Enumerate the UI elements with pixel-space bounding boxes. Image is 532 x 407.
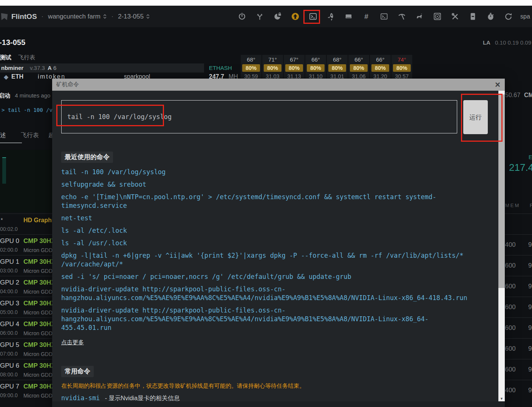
fan-badge: 80%: [285, 64, 303, 72]
gpu-stat-column: 66°80%31.10: [305, 55, 326, 80]
mem-column-header: MEM: [505, 203, 520, 208]
scrollbar-thumb[interactable]: [498, 94, 505, 288]
upgrade-icon[interactable]: [291, 12, 300, 21]
pie-lock-icon[interactable]: [273, 12, 282, 21]
gpu-row: GPU 002:00.0CMP 30HXMicron GDDR6: [0, 234, 53, 255]
status-label: 已启动: [0, 92, 10, 99]
updown-chevron-icon: [103, 14, 107, 19]
miner-name: nbminer: [1, 65, 23, 71]
gpu-row: GPU 103:00.0CMP 30HXMicron GDDR6: [0, 255, 53, 276]
recent-command-item[interactable]: ls -al /etc/.lock: [61, 226, 471, 235]
gpu-name: GPU 7: [0, 383, 19, 390]
network-icon[interactable]: [344, 12, 353, 21]
gpu-temp: 68°: [241, 56, 261, 64]
gpu-model: CMP 30HX: [23, 300, 53, 307]
fan-badge: 80%: [393, 64, 411, 72]
accepted-label: A: [48, 65, 52, 71]
recent-command-item[interactable]: selfupgrade && sreboot: [61, 180, 471, 189]
gpu-model: CMP 30HX: [23, 258, 53, 266]
farm-selector[interactable]: wangcuntech farm: [48, 13, 107, 20]
updown-chevron-icon: [146, 14, 150, 19]
gpu-name: GPU 3: [0, 300, 19, 307]
fan-badge: 80%: [328, 64, 346, 72]
watchdog-icon[interactable]: [415, 12, 424, 21]
fan-badge: 80%: [264, 64, 281, 72]
next-column-value-partial: 9: [528, 387, 532, 394]
power-icon[interactable]: [238, 12, 247, 21]
recent-command-item[interactable]: tail -n 100 /var/log/syslog: [61, 168, 471, 176]
branch-icon[interactable]: [255, 12, 264, 21]
la-label: LA: [483, 39, 490, 46]
star-icon: *: [1, 217, 3, 223]
eth-icon: ◆: [4, 73, 8, 80]
hashrate-icon[interactable]: #: [362, 12, 371, 21]
recent-command-item[interactable]: sed -i 's/ pci=noaer / pci=noaer,nocrs /…: [61, 272, 471, 281]
next-column-value-partial: 9: [528, 366, 532, 373]
active-tab-underline: [0, 142, 22, 143]
fan-badge: 80%: [350, 64, 368, 72]
gpu-model: CMP 30HX: [23, 279, 53, 286]
gpu-stat-column: 68°80%31.01: [327, 55, 348, 80]
recent-command-item[interactable]: nvidia-driver-update http://sparkpool-pu…: [61, 306, 471, 332]
load-average: LA 0.10 0.19 0.09: [483, 39, 531, 46]
top-strip: [0, 0, 532, 6]
gpu-mem: Micron GDDR6: [23, 372, 53, 378]
gpu-card-icon[interactable]: [469, 12, 478, 21]
modal-footer-strip: [52, 401, 505, 407]
tab-flight-sheet[interactable]: 飞行表: [21, 132, 39, 139]
fan-icon[interactable]: [433, 12, 442, 21]
gpu-stat-column: 74°80%30.57: [391, 55, 412, 80]
gpu-model: CMP 30HX: [23, 237, 53, 245]
gpu-temp: 66°: [370, 56, 391, 64]
recent-commands-heading: 最近使用的命令: [61, 152, 113, 163]
miner-command-modal: 矿机命令 × 运行 最近使用的命令 tail -n 100 /var/log/s…: [52, 79, 505, 407]
recent-command-item[interactable]: echo -e '[Time]\nNTP=cn.pool.ntp.org' > …: [61, 193, 471, 210]
gpu-name: GPU 6: [0, 362, 19, 370]
gpu-bus: 07:00.0: [0, 351, 18, 357]
recent-command-item[interactable]: nvidia-driver-update http://sparkpool-pu…: [61, 285, 471, 302]
gpu-table: * HD Graphics 00:02.0 GPU 002:00.0CMP 30…: [0, 214, 53, 401]
next-column-value-partial: 9: [528, 262, 532, 269]
gpu-mem: Micron GDDR6: [23, 351, 53, 357]
gpu-temp: 67°: [284, 56, 305, 64]
gpu-row: GPU 608:00.0CMP 30HXMicron GDDR6: [0, 359, 53, 380]
eth-header-partial: E: [529, 154, 532, 160]
integrated-gpu-bus: 00:02.0: [0, 226, 18, 232]
status-time: 4 minutes ago: [15, 92, 50, 99]
gpu-name: GPU 1: [0, 258, 19, 266]
rig-selector[interactable]: 2-13-055: [118, 13, 150, 20]
tab-overview[interactable]: 概述: [0, 132, 6, 139]
timer-icon[interactable]: [486, 12, 495, 21]
gpu-model: CMP 30HX: [23, 383, 53, 390]
modal-header[interactable]: 矿机命令 ×: [52, 79, 505, 91]
common-command[interactable]: nvidia-smi: [61, 394, 100, 402]
close-icon[interactable]: ×: [495, 79, 500, 90]
recent-command-item[interactable]: ls -al /usr/.lock: [61, 239, 471, 248]
gpu-row: GPU 709:00.0CMP 30HXMicron GDDR6: [0, 380, 53, 401]
gpu-bus: 05:00.0: [0, 309, 18, 315]
flintos-logo-icon: [1, 12, 9, 21]
terminal-icon[interactable]: [309, 12, 318, 21]
tag-flight-sheet: 飞行表: [18, 54, 35, 60]
warning-text: 在长周期的和很占资源的任务中，状态更改导致矿机掉线是有可能的。请保持耐心等待任务…: [61, 382, 498, 389]
gpu-name: GPU 2: [0, 279, 19, 286]
command-input[interactable]: [61, 100, 457, 133]
tools-icon[interactable]: [451, 12, 460, 21]
refresh-icon[interactable]: [504, 12, 513, 21]
gpu-name: GPU 4: [0, 320, 19, 328]
recent-command-item[interactable]: net-test: [61, 214, 471, 223]
run-button[interactable]: 运行: [463, 100, 488, 134]
gpu-mem: Micron GDDR6: [23, 330, 53, 336]
brand[interactable]: FlintOS: [1, 12, 37, 21]
gpu-temp: 68°: [327, 56, 348, 64]
modal-scrollbar[interactable]: ▼: [498, 91, 505, 401]
more-link[interactable]: 点击更多: [61, 339, 84, 346]
scroll-down-icon[interactable]: ▼: [498, 397, 505, 401]
nav-right-label-partial[interactable]: spa: [520, 13, 530, 20]
rocket-icon[interactable]: [326, 12, 336, 21]
pickaxe-icon[interactable]: [397, 12, 407, 21]
fan-badge: 80%: [242, 64, 260, 72]
gpu-temp: 71°: [262, 56, 283, 64]
console-icon[interactable]: [380, 12, 389, 21]
recent-command-item[interactable]: dpkg -l|tail -n +6|grep -v ^ii|awk '{pri…: [61, 251, 471, 269]
